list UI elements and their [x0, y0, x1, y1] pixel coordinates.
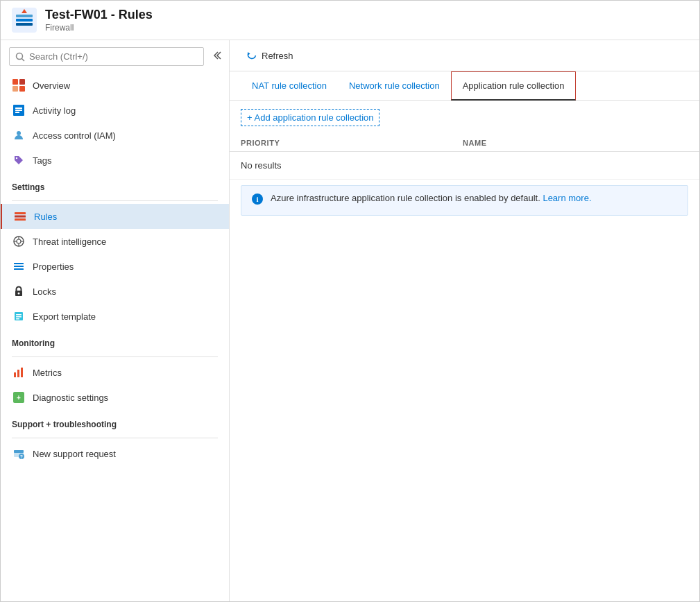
refresh-icon	[246, 50, 257, 61]
sidebar-item-threat-intelligence[interactable]: Threat intelligence	[1, 229, 229, 254]
new-support-request-icon: ?	[12, 447, 26, 461]
svg-text:+: +	[17, 394, 21, 402]
sidebar-item-new-support-request[interactable]: ? New support request	[1, 441, 229, 466]
tags-label: Tags	[33, 155, 51, 166]
toolbar: Refresh	[230, 40, 699, 71]
svg-rect-1	[16, 15, 33, 17]
info-banner-text: Azure infrastructure application rule co…	[271, 193, 592, 203]
export-template-label: Export template	[33, 311, 96, 322]
metrics-icon	[12, 366, 26, 379]
threat-intelligence-icon	[12, 234, 26, 248]
svg-rect-9	[12, 86, 18, 92]
content-body: + Add application rule collection PRIORI…	[230, 101, 699, 601]
app-window: Test-FW01 - Rules Firewall	[0, 0, 700, 602]
tab-application-rule-collection[interactable]: Application rule collection	[451, 71, 577, 101]
sidebar-item-locks[interactable]: Locks	[1, 279, 229, 304]
svg-line-6	[22, 58, 25, 61]
svg-point-16	[16, 157, 17, 159]
overview-icon	[12, 78, 26, 92]
no-results-row: No results	[230, 152, 699, 180]
svg-rect-37	[21, 368, 23, 377]
svg-rect-33	[16, 316, 22, 318]
diagnostic-settings-label: Diagnostic settings	[33, 393, 108, 403]
tab-bar: NAT rule collection Network rule collect…	[230, 71, 699, 101]
svg-marker-44	[248, 52, 250, 55]
svg-rect-14	[15, 112, 19, 113]
search-icon	[15, 52, 25, 62]
threat-intelligence-label: Threat intelligence	[33, 237, 106, 247]
sidebar-item-properties[interactable]: Properties	[1, 254, 229, 279]
tags-icon	[12, 153, 26, 167]
svg-rect-35	[14, 372, 16, 377]
svg-text:?: ?	[20, 454, 23, 459]
access-control-label: Access control (IAM)	[33, 130, 116, 141]
svg-rect-34	[16, 318, 19, 320]
sidebar-item-metrics[interactable]: Metrics	[1, 360, 229, 385]
settings-divider	[12, 200, 218, 201]
svg-rect-18	[15, 216, 26, 218]
svg-point-21	[17, 239, 21, 243]
svg-rect-12	[15, 108, 22, 109]
svg-rect-32	[16, 314, 22, 316]
locks-label: Locks	[33, 286, 56, 297]
svg-rect-2	[16, 19, 33, 22]
metrics-label: Metrics	[33, 368, 62, 378]
svg-rect-26	[14, 263, 24, 264]
settings-section-label: Settings	[1, 173, 229, 195]
sidebar-item-access-control[interactable]: Access control (IAM)	[1, 123, 229, 148]
add-rule-label: + Add application rule collection	[247, 112, 373, 123]
rules-label: Rules	[34, 212, 57, 222]
tab-nat-rule-collection[interactable]: NAT rule collection	[241, 71, 338, 101]
export-template-icon	[12, 309, 26, 323]
sidebar-item-overview[interactable]: Overview	[1, 73, 229, 98]
sidebar-item-activity-log[interactable]: Activity log	[1, 98, 229, 123]
svg-rect-8	[19, 79, 25, 85]
header-text: Test-FW01 - Rules Firewall	[45, 8, 153, 33]
svg-rect-13	[15, 110, 22, 111]
svg-rect-3	[16, 23, 33, 26]
search-input[interactable]	[29, 51, 198, 62]
sidebar-item-export-template[interactable]: Export template	[1, 304, 229, 329]
refresh-label: Refresh	[262, 51, 293, 61]
svg-point-30	[18, 293, 20, 295]
svg-rect-28	[14, 268, 24, 270]
svg-rect-10	[19, 86, 25, 92]
svg-rect-36	[17, 370, 19, 377]
svg-point-5	[17, 53, 23, 59]
svg-rect-41	[14, 450, 24, 453]
diagnostic-settings-icon: +	[12, 390, 26, 404]
svg-rect-17	[15, 212, 26, 214]
properties-icon	[12, 259, 26, 273]
support-divider	[12, 438, 218, 438]
access-control-icon	[12, 128, 26, 142]
activity-log-icon	[12, 103, 26, 117]
locks-icon	[12, 284, 26, 298]
learn-more-label: Learn more.	[543, 193, 591, 203]
sidebar-item-diagnostic-settings[interactable]: + Diagnostic settings	[1, 385, 229, 410]
rules-icon	[13, 209, 27, 223]
svg-rect-7	[12, 79, 18, 85]
page-subtitle: Firewall	[45, 23, 153, 33]
sidebar-item-tags[interactable]: Tags	[1, 148, 229, 173]
search-box[interactable]	[9, 47, 204, 66]
name-column-header: NAME	[463, 139, 688, 147]
svg-text:i: i	[256, 195, 258, 203]
no-results-text: No results	[241, 160, 282, 171]
refresh-button[interactable]: Refresh	[241, 47, 299, 64]
learn-more-link[interactable]: Learn more.	[543, 193, 591, 203]
tab-network-rule-collection[interactable]: Network rule collection	[338, 71, 451, 101]
sidebar: Overview Activity log	[1, 40, 230, 601]
add-application-rule-collection-button[interactable]: + Add application rule collection	[241, 109, 379, 126]
support-section-label: Support + troubleshooting	[1, 410, 229, 432]
properties-label: Properties	[33, 261, 74, 272]
monitoring-section-label: Monitoring	[1, 329, 229, 351]
overview-label: Overview	[33, 80, 70, 91]
info-icon: i	[251, 193, 264, 208]
svg-rect-19	[15, 218, 26, 221]
sidebar-item-rules[interactable]: Rules	[1, 204, 229, 229]
page-header: Test-FW01 - Rules Firewall	[1, 1, 699, 40]
info-banner: i Azure infrastructure application rule …	[241, 185, 688, 216]
activity-log-label: Activity log	[33, 105, 76, 116]
search-row	[1, 40, 229, 73]
collapse-sidebar-button[interactable]	[207, 46, 226, 67]
